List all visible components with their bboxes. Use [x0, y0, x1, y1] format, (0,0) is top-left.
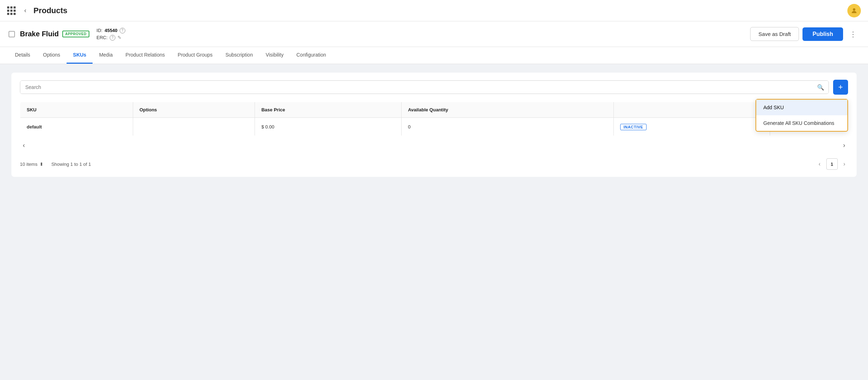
- header-actions: Save as Draft Publish ⋮: [750, 27, 859, 41]
- status-cell: INACTIVE: [614, 118, 770, 136]
- inactive-badge: INACTIVE: [620, 124, 646, 130]
- scroll-row: ‹ ›: [20, 136, 848, 155]
- grid-menu-icon[interactable]: [7, 6, 16, 15]
- tab-skus[interactable]: SKUs: [67, 47, 93, 64]
- current-page: 1: [826, 158, 838, 170]
- top-bar: ‹ Products: [0, 0, 868, 21]
- page-title: Products: [33, 6, 67, 15]
- product-meta: ID: 45540 ? ERC: ? ✎: [96, 28, 125, 41]
- pagination-controls: ‹ 1 ›: [816, 158, 848, 170]
- erc-label: ERC:: [96, 35, 108, 40]
- tab-product-groups[interactable]: Product Groups: [171, 47, 219, 64]
- col-options: Options: [133, 102, 255, 118]
- erc-info-icon[interactable]: ?: [110, 35, 115, 41]
- tab-details[interactable]: Details: [9, 47, 37, 64]
- items-per-page-label: 10 items: [20, 162, 37, 167]
- scroll-left-button[interactable]: ‹: [20, 140, 28, 151]
- product-header: Brake Fluid APPROVED ID: 45540 ? ERC: ? …: [0, 21, 868, 47]
- col-sku: SKU: [20, 102, 133, 118]
- col-status: [614, 102, 770, 118]
- tab-media[interactable]: Media: [93, 47, 119, 64]
- main-content: 🔍 + Add SKU Generate All SKU Combination…: [0, 64, 868, 185]
- tab-subscription[interactable]: Subscription: [219, 47, 259, 64]
- sku-table: SKU Options Base Price Available Quantit…: [20, 102, 848, 136]
- user-avatar[interactable]: [847, 4, 861, 17]
- items-per-page: 10 items ⬍ Showing 1 to 1 of 1: [20, 162, 91, 167]
- prev-page-button[interactable]: ‹: [816, 159, 823, 169]
- tab-visibility[interactable]: Visibility: [259, 47, 290, 64]
- scroll-right-button[interactable]: ›: [840, 140, 848, 151]
- save-draft-button[interactable]: Save as Draft: [750, 27, 799, 41]
- more-options-button[interactable]: ⋮: [847, 28, 859, 41]
- tabs-bar: Details Options SKUs Media Product Relat…: [0, 47, 868, 64]
- table-row: default $ 0.00 0 INACTIVE ⋮: [20, 118, 848, 136]
- search-wrapper: 🔍: [20, 80, 829, 94]
- col-base-price: Base Price: [255, 102, 402, 118]
- options-value: [133, 118, 255, 136]
- items-per-page-arrow[interactable]: ⬍: [40, 162, 43, 167]
- generate-combinations-item[interactable]: Generate All SKU Combinations: [756, 115, 847, 131]
- tab-options[interactable]: Options: [37, 47, 67, 64]
- svg-point-0: [853, 8, 856, 11]
- add-button[interactable]: +: [833, 80, 848, 95]
- add-dropdown-menu: Add SKU Generate All SKU Combinations: [755, 99, 848, 132]
- product-id: 45540: [105, 28, 117, 33]
- search-row: 🔍 + Add SKU Generate All SKU Combination…: [20, 80, 848, 95]
- product-checkbox[interactable]: [9, 31, 15, 37]
- pagination-row: 10 items ⬍ Showing 1 to 1 of 1 ‹ 1 ›: [20, 155, 848, 170]
- erc-edit-icon[interactable]: ✎: [117, 35, 121, 40]
- product-name: Brake Fluid: [20, 30, 59, 38]
- search-input[interactable]: [20, 81, 828, 94]
- tab-product-relations[interactable]: Product Relations: [119, 47, 172, 64]
- col-available-quantity: Available Quantity: [401, 102, 613, 118]
- next-page-button[interactable]: ›: [841, 159, 848, 169]
- approved-badge: APPROVED: [62, 31, 89, 37]
- showing-text: Showing 1 to 1 of 1: [51, 162, 91, 167]
- back-button[interactable]: ‹: [21, 5, 29, 16]
- id-label: ID:: [96, 28, 103, 33]
- tab-configuration[interactable]: Configuration: [290, 47, 332, 64]
- quantity-value: 0: [401, 118, 613, 136]
- publish-button[interactable]: Publish: [802, 27, 843, 41]
- sku-value: default: [20, 118, 133, 136]
- id-info-icon[interactable]: ?: [120, 28, 125, 33]
- add-sku-item[interactable]: Add SKU: [756, 100, 847, 115]
- content-card: 🔍 + Add SKU Generate All SKU Combination…: [11, 73, 857, 177]
- base-price-value: $ 0.00: [255, 118, 402, 136]
